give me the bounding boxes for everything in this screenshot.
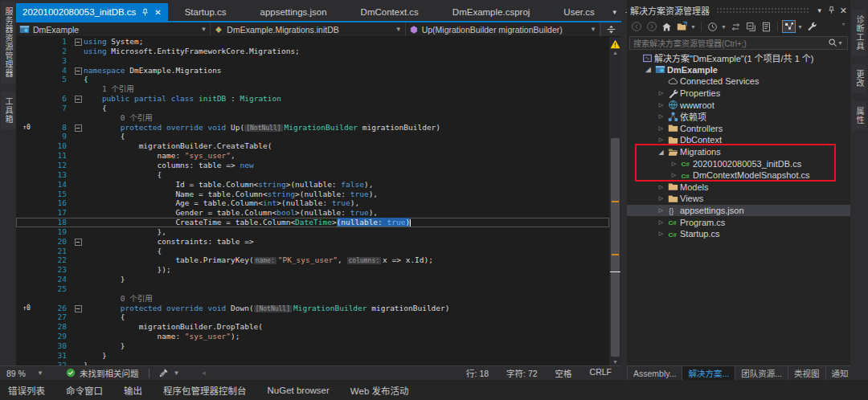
back-button[interactable] — [629, 20, 643, 33]
code-line[interactable]: 14 Id = table.Column<string>(nullable: f… — [16, 180, 609, 190]
expander-icon[interactable]: ▷ — [656, 102, 666, 108]
tree-item[interactable]: ◢Migrations — [627, 146, 850, 158]
code-line[interactable]: 13 { — [16, 170, 609, 180]
breadcrumb-segment[interactable]: DmExample.Migrations.initDB▼ — [211, 22, 405, 36]
code-line[interactable]: 18 CreateTime = table.Column<DateTime>(n… — [16, 218, 609, 227]
tree-item[interactable]: ▷Views — [627, 193, 850, 205]
line-indicator[interactable]: 行: 18 — [466, 367, 489, 379]
tree-item[interactable]: ▷Controllers — [627, 123, 850, 135]
chevron-down-icon[interactable]: ▼ — [37, 369, 43, 377]
right-strip-tab-2[interactable]: 属性 — [852, 101, 866, 130]
code-line[interactable]: 12 columns: table => new — [16, 161, 609, 170]
code-line[interactable]: 5{ — [16, 75, 609, 84]
code-line[interactable]: 11 name: "sys_user", — [16, 151, 609, 161]
code-line[interactable]: ↑08− protected override void Up([NotNull… — [16, 123, 609, 133]
bottom-panel-tab[interactable]: 命令窗口 — [66, 384, 103, 397]
chevron-down-icon[interactable]: ▼ — [174, 369, 180, 377]
search-icon[interactable] — [828, 38, 837, 47]
fold-collapse-icon[interactable]: − — [75, 305, 82, 312]
fold-margin[interactable]: − — [72, 94, 84, 104]
pin-icon-white[interactable] — [141, 8, 149, 17]
tree-item[interactable]: ▷wwwroot — [627, 99, 850, 111]
close-icon[interactable]: ✕ — [154, 8, 161, 17]
panel-tab[interactable]: 类视图 — [788, 366, 826, 380]
tree-item[interactable]: ▷DbContext — [627, 134, 850, 146]
editor-scrollbar[interactable]: ▲ ▼ — [609, 37, 621, 365]
document-tab[interactable]: User.cs — [547, 3, 611, 21]
code-line[interactable]: ↑026− protected override void Down([NotN… — [16, 304, 609, 313]
code-line[interactable]: 7 { — [16, 104, 609, 113]
right-strip-tab-1[interactable]: 更改 — [852, 64, 866, 93]
expander-icon[interactable]: ◢ — [643, 66, 653, 73]
code-line[interactable]: 27 { — [16, 312, 609, 322]
broom-icon[interactable] — [159, 368, 169, 378]
code-line[interactable]: 9 { — [16, 132, 609, 141]
code-line[interactable]: 2using Microsoft.EntityFrameworkCore.Mig… — [16, 47, 609, 56]
tree-item[interactable]: ▷C#Startup.cs — [627, 228, 850, 240]
code-editor[interactable]: 1−using System;2using Microsoft.EntityFr… — [16, 37, 609, 365]
bottom-panel-tab[interactable]: NuGet browser — [268, 386, 330, 395]
pin-icon[interactable] — [827, 6, 836, 14]
codelens-row[interactable]: 0 个引用 — [16, 113, 609, 123]
tree-item[interactable]: ▷{}appsettings.json — [627, 205, 850, 217]
split-editor-button[interactable] — [600, 22, 621, 36]
bottom-panel-tab[interactable]: 输出 — [124, 384, 142, 397]
tree-item[interactable]: 解决方案"DmExample"(1 个项目/共 1 个) — [627, 52, 850, 64]
tree-item[interactable]: ▷C#DmContextModelSnapshot.cs — [627, 169, 850, 182]
code-line[interactable]: 23 }); — [16, 265, 609, 275]
code-line[interactable]: 29 name: "sys_user"); — [16, 332, 609, 341]
fold-collapse-icon[interactable]: − — [75, 39, 82, 46]
chevron-down-icon[interactable]: ▼ — [837, 40, 844, 46]
code-line[interactable]: 28 migrationBuilder.DropTable( — [16, 322, 609, 332]
document-tab[interactable]: DmContext.cs — [344, 3, 436, 21]
expander-icon[interactable]: ▷ — [656, 137, 666, 143]
scroll-left-arrow[interactable]: ◄ — [200, 369, 207, 377]
document-tab[interactable]: Startup.cs — [168, 3, 244, 21]
code-line[interactable]: 21 { — [16, 247, 609, 256]
home-button[interactable] — [660, 20, 674, 33]
tree-item[interactable]: ▷C#Program.cs — [627, 216, 850, 228]
line-ending-indicator[interactable]: CRLF — [590, 367, 612, 379]
code-line[interactable]: 20− constraints: table => — [16, 237, 609, 247]
fold-margin[interactable]: − — [72, 123, 84, 133]
document-health-indicator[interactable]: 未找到相关问题 — [66, 367, 139, 379]
expander-icon[interactable]: ▷ — [656, 195, 666, 202]
collapse-all-button[interactable] — [744, 20, 758, 33]
code-line[interactable]: 1−using System; — [16, 37, 609, 47]
right-strip-tab-0[interactable]: 诊断工具 — [852, 10, 866, 56]
scroll-up-arrow[interactable]: ▲ — [609, 50, 621, 55]
column-indicator[interactable]: 字符: 72 — [506, 367, 538, 379]
chevron-down-icon[interactable]: ▼ — [721, 24, 727, 30]
chevron-down-icon[interactable]: ▼ — [690, 24, 697, 30]
code-cleanup-broom-icon[interactable] — [159, 368, 169, 379]
forward-button[interactable] — [645, 20, 658, 33]
code-line[interactable]: 16 Age = table.Column<int>(nullable: tru… — [16, 198, 609, 208]
tree-item[interactable]: ▷C#20201002080053_initDB.cs — [627, 157, 850, 169]
expander-icon[interactable]: ◢ — [656, 149, 666, 156]
left-strip-tab-0[interactable]: 服务器资源管理器 — [1, 2, 15, 84]
fold-margin[interactable]: − — [72, 37, 84, 47]
chevron-down-icon[interactable]: ▼ — [200, 26, 207, 33]
fold-collapse-icon[interactable]: − — [75, 239, 82, 246]
warning-icon[interactable] — [610, 39, 620, 49]
search-input[interactable]: 搜索解决方案资源管理器(Ctrl+;) ▼ — [629, 36, 848, 50]
left-strip-tab-1[interactable]: 工具箱 — [1, 92, 15, 129]
expander-icon[interactable]: ▷ — [656, 125, 666, 132]
refresh-button[interactable] — [729, 20, 743, 33]
toolbar-overflow-icon[interactable]: ” — [842, 22, 848, 31]
code-line[interactable]: 6− public partial class initDB : Migrati… — [16, 94, 609, 104]
document-tab[interactable]: DmExample.csproj — [436, 3, 547, 21]
fold-margin[interactable]: − — [72, 237, 84, 247]
switch-views-button[interactable] — [675, 20, 689, 33]
code-line[interactable]: 19 }, — [16, 227, 609, 237]
pin-icon[interactable] — [827, 6, 836, 16]
expander-icon[interactable]: ▷ — [656, 219, 666, 226]
pending-changes-button[interactable] — [706, 20, 719, 33]
tree-item[interactable]: ▷依赖项 — [627, 111, 850, 123]
chevron-down-icon[interactable]: ▼ — [395, 26, 402, 33]
panel-tab[interactable]: 解决方案... — [682, 366, 735, 380]
fold-margin[interactable]: − — [72, 66, 84, 76]
panel-tab[interactable]: 团队资源... — [735, 366, 788, 380]
bottom-panel-tab[interactable]: Web 发布活动 — [350, 384, 409, 397]
code-line[interactable]: 30 } — [16, 341, 609, 351]
